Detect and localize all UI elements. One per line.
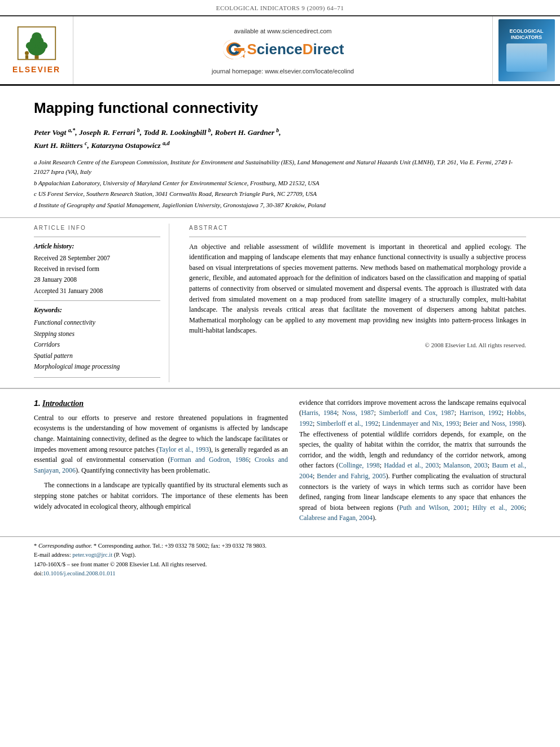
link-simberloff92[interactable]: Simberloff et al., 1992 — [317, 420, 378, 427]
section-number: 1. — [34, 399, 41, 408]
main-left: 1. Introduction Central to our efforts t… — [34, 397, 288, 528]
eco-title: ECOLOGICAL INDICATORS — [510, 28, 544, 41]
intro-heading: 1. Introduction — [34, 397, 288, 409]
corresponding-label: * Corresponding author. — [34, 543, 94, 549]
journal-name: ECOLOGICAL INDICATORS 9 (2009) 64–71 — [216, 5, 344, 11]
abstract-section: ABSTRACT An objective and reliable asses… — [181, 224, 526, 382]
footer-email: E-mail address: peter.vogt@jrc.it (P. Vo… — [34, 551, 526, 560]
received-date: Received 28 September 2007 — [34, 254, 160, 263]
keyword-5: Morphological image processing — [34, 361, 160, 373]
intro-para1: Central to our efforts to preserve and r… — [34, 413, 288, 476]
svg-rect-8 — [25, 55, 28, 59]
email-link[interactable]: peter.vogt@jrc.it — [72, 552, 112, 558]
article-history-label: Article history: — [34, 242, 160, 251]
link-lindenmayer[interactable]: Lindenmayer and Nix, 1993 — [382, 420, 460, 427]
article-info: ARTICLE INFO Article history: Received 2… — [34, 224, 169, 382]
article-title-section: Mapping functional connectivity Peter Vo… — [0, 86, 560, 218]
link-forman[interactable]: Forman and Godron, 1986 — [170, 456, 248, 464]
keyword-2: Stepping stones — [34, 329, 160, 340]
authors: Peter Vogt a,*, Joseph R. Ferrari b, Tod… — [34, 126, 526, 152]
journal-homepage: journal homepage: www.elsevier.com/locat… — [212, 67, 354, 76]
journal-header: ECOLOGICAL INDICATORS 9 (2009) 64–71 — [0, 0, 560, 16]
link-hilty[interactable]: Hilty et al., 2006 — [473, 504, 524, 512]
keyword-3: Corridors — [34, 339, 160, 351]
eco-cover: ECOLOGICAL INDICATORS — [492, 16, 560, 84]
main-content: 1. Introduction Central to our efforts t… — [0, 388, 560, 534]
affiliations: a Joint Research Centre of the European … — [34, 158, 526, 211]
sd-text: ScienceDirect — [247, 38, 344, 60]
link-puth[interactable]: Puth and Wilson, 2001 — [399, 504, 467, 512]
footer-corresponding: * Corresponding author. * Corresponding … — [34, 541, 526, 551]
link-haddad[interactable]: Haddad et al., 2003 — [384, 461, 439, 469]
footer-issn: 1470-160X/$ – see front matter © 2008 El… — [34, 560, 526, 569]
intro-para2: The connections in a landscape are typic… — [34, 480, 288, 512]
footer-section: * Corresponding author. * Corresponding … — [0, 536, 560, 584]
accepted-date: Accepted 31 January 2008 — [34, 286, 160, 296]
received-revised-label: Received in revised form — [34, 264, 160, 274]
keyword-4: Spatial pattern — [34, 351, 160, 362]
intro-title: Introduction — [42, 399, 84, 408]
affiliation-d: d Institute of Geography and Spatial Man… — [34, 200, 526, 211]
copyright: © 2008 Elsevier Ltd. All rights reserved… — [189, 340, 526, 350]
keywords-label: Keywords: — [34, 305, 160, 315]
abstract-text: An objective and reliable assessment of … — [189, 242, 526, 336]
doi-link[interactable]: 10.1016/j.ecolind.2008.01.011 — [43, 570, 115, 576]
abstract-label: ABSTRACT — [189, 224, 526, 232]
link-collinge[interactable]: Collinge, 1998 — [339, 461, 380, 469]
link-harris[interactable]: Harris, 1984 — [301, 409, 337, 417]
link-calabrese[interactable]: Calabrese and Fagan, 2004 — [299, 514, 373, 522]
link-simberloff-cox[interactable]: Simberloff and Cox, 1987 — [379, 409, 454, 417]
corresponding-text: * Corresponding author. Tel.: +39 0332 7… — [94, 543, 266, 549]
link-crooks[interactable]: Crooks and Sanjayan, 2006 — [34, 456, 288, 474]
svg-point-5 — [37, 41, 47, 49]
article-title: Mapping functional connectivity — [34, 97, 526, 119]
info-section: ARTICLE INFO Article history: Received 2… — [0, 218, 560, 388]
link-harrison[interactable]: Harrison, 1992 — [460, 409, 502, 417]
affiliation-a: a Joint Research Centre of the European … — [34, 158, 526, 177]
svg-point-3 — [32, 32, 42, 41]
right-para1: evidence that corridors improve movement… — [299, 397, 526, 523]
elsevier-tree-icon — [17, 25, 56, 62]
link-malanson[interactable]: Malanson, 2003 — [443, 461, 488, 469]
article-info-label: ARTICLE INFO — [34, 224, 160, 232]
elsevier-logo: ELSEVIER — [0, 16, 73, 84]
revised-date: 28 January 2008 — [34, 275, 160, 285]
main-right: evidence that corridors improve movement… — [299, 397, 526, 528]
sciencedirect-logo: ScienceDirect — [222, 37, 344, 62]
link-bender[interactable]: Bender and Fahrig, 2005 — [317, 472, 386, 480]
header-section: ELSEVIER available at www.sciencedirect.… — [0, 16, 560, 86]
link-beier[interactable]: Beier and Noss, 1998 — [463, 420, 522, 427]
eco-cover-box: ECOLOGICAL INDICATORS — [498, 19, 555, 81]
footer-doi: doi:10.1016/j.ecolind.2008.01.011 — [34, 569, 526, 578]
header-center: available at www.sciencedirect.com Scien… — [73, 16, 492, 84]
svg-point-7 — [25, 51, 29, 55]
affiliation-b: b Appalachian Laboratory, University of … — [34, 178, 526, 189]
available-line: available at www.sciencedirect.com — [234, 24, 331, 37]
link-noss87[interactable]: Noss, 1987 — [342, 409, 374, 417]
sd-logo-icon — [222, 37, 247, 62]
keyword-1: Functional connectivity — [34, 317, 160, 329]
svg-point-4 — [25, 41, 36, 49]
affiliation-c: c US Forest Service, Southern Research S… — [34, 189, 526, 199]
link-taylor[interactable]: Taylor et al., 1993 — [159, 445, 209, 453]
elsevier-text: ELSEVIER — [12, 64, 60, 76]
page: ECOLOGICAL INDICATORS 9 (2009) 64–71 ELS… — [0, 0, 560, 584]
